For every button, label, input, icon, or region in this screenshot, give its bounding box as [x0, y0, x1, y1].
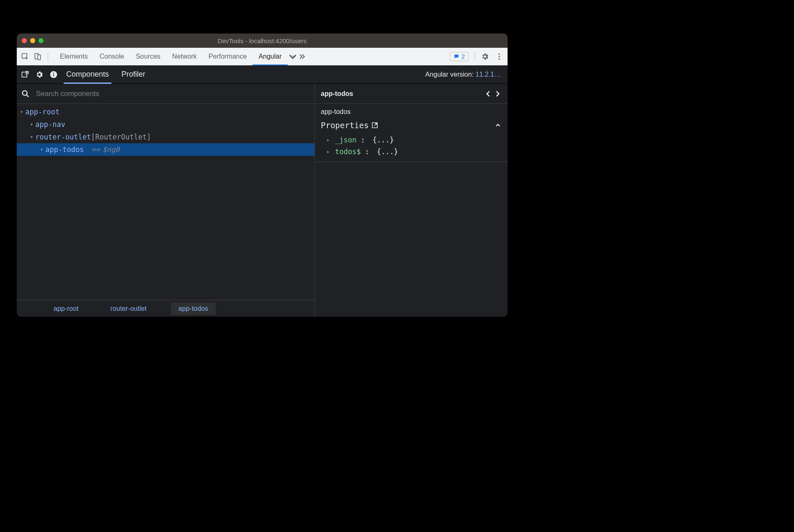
- tab-elements[interactable]: Elements: [54, 48, 94, 65]
- devtools-left-tools: [21, 52, 48, 61]
- property-value: {...}: [377, 147, 398, 156]
- angular-panel: Components Profiler Angular version: 11.…: [17, 65, 508, 317]
- angular-version-label: Angular version:: [425, 71, 474, 78]
- tab-sources[interactable]: Sources: [130, 48, 166, 65]
- tree-directive: RouterOutlet: [95, 133, 147, 141]
- window-title: DevTools - localhost:4200/users: [218, 37, 307, 44]
- tree-node-app-nav[interactable]: ▾ app-nav: [17, 118, 315, 131]
- maximize-window-button[interactable]: [39, 38, 44, 43]
- kebab-menu-icon[interactable]: [495, 52, 503, 61]
- nav-prev-icon[interactable]: [484, 90, 492, 98]
- tab-performance[interactable]: Performance: [203, 48, 253, 65]
- component-tree: ▾ app-root ▾ app-nav ▾ router-outlet[Rou…: [17, 104, 315, 300]
- chevron-down-icon: ▾: [40, 147, 43, 152]
- traffic-lights: [22, 38, 44, 43]
- tree-node-router-outlet[interactable]: ▾ router-outlet[RouterOutlet]: [17, 131, 315, 143]
- details-title: app-todos: [321, 90, 353, 98]
- open-external-icon[interactable]: [371, 121, 379, 129]
- tree-var: $ng0: [103, 145, 120, 154]
- property-row[interactable]: ▸ todos$ : {...}: [315, 146, 508, 158]
- angular-version: Angular version: 11.2.1…: [425, 71, 503, 78]
- search-row: [17, 84, 315, 104]
- angular-version-value: 11.2.1…: [476, 71, 501, 78]
- properties-list: ▸ _json : {...} ▸ todos$ : {...}: [315, 132, 508, 162]
- devtools-toolbar: Elements Console Sources Network Perform…: [17, 48, 508, 65]
- details-subheader: app-todos: [315, 104, 508, 118]
- inspect-element-icon[interactable]: [21, 52, 29, 61]
- details-header: app-todos: [315, 84, 508, 104]
- svg-point-9: [53, 72, 54, 73]
- svg-rect-8: [53, 74, 54, 76]
- gear-icon[interactable]: [481, 52, 489, 61]
- property-row[interactable]: ▸ _json : {...}: [315, 134, 508, 146]
- angular-tab-profiler[interactable]: Profiler: [119, 65, 148, 84]
- search-icon: [21, 89, 30, 98]
- svg-rect-6: [22, 72, 27, 77]
- property-key: _json: [335, 136, 356, 144]
- devtools-window: DevTools - localhost:4200/users Elements…: [17, 34, 508, 317]
- chevron-down-icon: ▾: [20, 109, 23, 115]
- info-icon[interactable]: [49, 70, 58, 79]
- minimize-window-button[interactable]: [30, 38, 35, 43]
- nav-next-icon[interactable]: [493, 90, 502, 98]
- property-value: {...}: [372, 136, 394, 144]
- svg-point-5: [498, 58, 500, 59]
- components-pane: ▾ app-root ▾ app-nav ▾ router-outlet[Rou…: [17, 84, 315, 317]
- tree-label: app-todos: [45, 145, 84, 154]
- svg-point-4: [498, 56, 500, 57]
- tree-node-app-todos[interactable]: ▾ app-todos == $ng0: [17, 143, 315, 156]
- angular-header: Components Profiler Angular version: 11.…: [17, 65, 508, 84]
- settings-icon[interactable]: [35, 70, 44, 79]
- chevron-right-icon: ▸: [327, 149, 331, 155]
- tree-label: app-root: [25, 108, 59, 116]
- chevron-right-icon: ▸: [327, 137, 331, 143]
- titlebar: DevTools - localhost:4200/users: [17, 34, 508, 48]
- close-window-button[interactable]: [22, 38, 27, 43]
- chevron-down-icon: ▾: [30, 121, 33, 127]
- details-nav: [484, 90, 502, 98]
- angular-tab-components[interactable]: Components: [64, 65, 111, 84]
- properties-title: Properties: [321, 121, 369, 130]
- export-icon[interactable]: [21, 70, 29, 79]
- breadcrumb-item-app-root[interactable]: app-root: [46, 302, 86, 315]
- breadcrumb-item-router-outlet[interactable]: router-outlet: [103, 302, 154, 315]
- tree-label: router-outlet: [35, 133, 91, 141]
- details-pane: app-todos app-todos Properties: [315, 84, 508, 317]
- overflow-chevrons-icon[interactable]: [298, 52, 306, 61]
- tree-label: app-nav: [35, 120, 65, 129]
- issues-count: 2: [461, 53, 465, 60]
- tree-node-app-root[interactable]: ▾ app-root: [17, 106, 315, 118]
- properties-header[interactable]: Properties: [315, 118, 508, 132]
- issues-badge[interactable]: 2: [450, 52, 469, 61]
- svg-rect-2: [38, 55, 41, 60]
- svg-point-10: [23, 90, 27, 95]
- property-key: todos$: [335, 147, 361, 156]
- devtools-right-tools: 2: [450, 52, 503, 61]
- chevron-up-icon[interactable]: [494, 121, 502, 129]
- device-toolbar-icon[interactable]: [34, 52, 42, 61]
- chevron-down-icon: ▾: [30, 134, 33, 140]
- tab-angular[interactable]: Angular: [253, 48, 287, 65]
- tab-network[interactable]: Network: [166, 48, 203, 65]
- breadcrumb-item-app-todos[interactable]: app-todos: [171, 302, 216, 315]
- breadcrumb: app-root router-outlet app-todos: [17, 300, 315, 317]
- main-split: ▾ app-root ▾ app-nav ▾ router-outlet[Rou…: [17, 84, 508, 317]
- tab-console[interactable]: Console: [94, 48, 130, 65]
- search-input[interactable]: [36, 90, 310, 98]
- tree-eq: ==: [91, 145, 100, 154]
- svg-point-3: [498, 54, 500, 55]
